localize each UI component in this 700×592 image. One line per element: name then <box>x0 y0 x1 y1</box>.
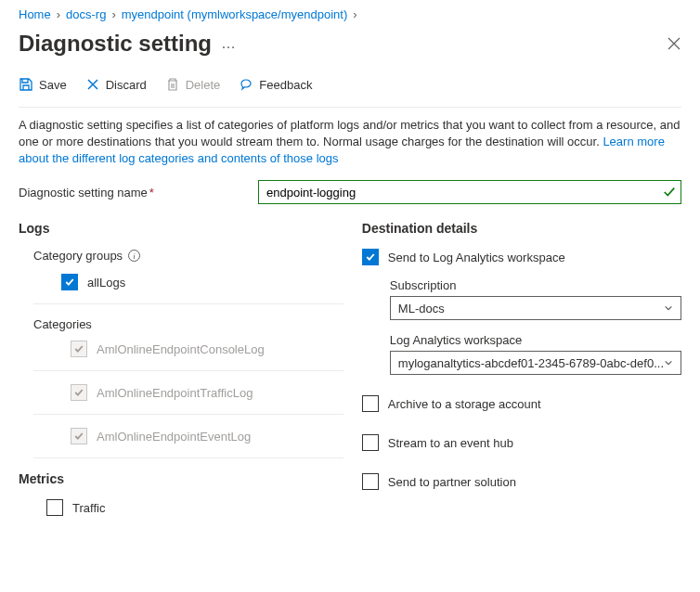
chevron-down-icon <box>664 303 673 313</box>
stream-eventhub-checkbox[interactable] <box>362 434 379 451</box>
close-icon[interactable] <box>667 36 681 51</box>
toolbar: Save Discard Delete Feedback <box>19 73 681 96</box>
discard-button[interactable]: Discard <box>85 73 147 96</box>
breadcrumb-rg[interactable]: docs-rg <box>66 7 106 21</box>
send-loganalytics-checkbox[interactable] <box>362 249 379 265</box>
chevron-right-icon: › <box>57 7 60 21</box>
send-partner-checkbox[interactable] <box>362 473 379 490</box>
archive-storage-checkbox[interactable] <box>362 395 379 412</box>
feedback-icon <box>239 77 253 92</box>
close-icon <box>85 77 100 92</box>
feedback-button[interactable]: Feedback <box>239 73 312 96</box>
traffic-checkbox[interactable] <box>46 499 63 516</box>
more-actions-button[interactable]: … <box>221 35 236 52</box>
trash-icon <box>165 77 180 92</box>
divider <box>19 107 681 108</box>
category-label: AmlOnlineEndpointTrafficLog <box>97 386 253 400</box>
workspace-label: Log Analytics workspace <box>390 333 681 347</box>
stream-eventhub-label: Stream to an event hub <box>388 436 513 450</box>
divider <box>33 370 344 371</box>
subscription-label: Subscription <box>390 278 681 292</box>
description-text: A diagnostic setting specifies a list of… <box>19 117 681 167</box>
workspace-select[interactable]: myloganaltytics-abcdef01-2345-6789-0abc-… <box>390 351 681 375</box>
checkmark-icon <box>663 186 676 199</box>
chevron-right-icon: › <box>111 7 115 21</box>
divider <box>33 457 344 458</box>
alllogs-checkbox[interactable] <box>61 274 78 290</box>
page-title: Diagnostic setting <box>19 31 212 57</box>
metrics-heading: Metrics <box>19 471 344 486</box>
divider <box>33 303 344 304</box>
category-label: AmlOnlineEndpointEventLog <box>97 430 251 444</box>
delete-button: Delete <box>165 73 221 96</box>
divider <box>33 414 344 415</box>
send-loganalytics-label: Send to Log Analytics workspace <box>388 251 565 264</box>
archive-storage-label: Archive to a storage account <box>388 397 541 411</box>
breadcrumb-endpoint[interactable]: myendpoint (mymlworkspace/myendpoint) <box>122 7 347 21</box>
traffic-label: Traffic <box>72 501 105 515</box>
save-icon <box>19 77 33 92</box>
category-groups-label: Category groups <box>33 249 123 263</box>
category-eventlog-checkbox <box>71 428 87 444</box>
logs-heading: Logs <box>19 221 344 236</box>
send-partner-label: Send to partner solution <box>388 475 516 489</box>
category-consolelog-checkbox <box>71 341 87 357</box>
info-icon[interactable]: i <box>128 250 140 262</box>
save-button[interactable]: Save <box>19 73 67 96</box>
categories-label: Categories <box>33 317 344 331</box>
setting-name-input[interactable] <box>258 180 681 204</box>
category-trafficlog-checkbox <box>71 384 87 401</box>
category-label: AmlOnlineEndpointConsoleLog <box>97 342 265 356</box>
alllogs-label: allLogs <box>87 276 125 290</box>
subscription-select[interactable]: ML-docs <box>390 296 681 320</box>
breadcrumb-home[interactable]: Home <box>19 7 51 21</box>
chevron-right-icon: › <box>353 7 356 21</box>
breadcrumb: Home › docs-rg › myendpoint (mymlworkspa… <box>19 7 681 21</box>
chevron-down-icon <box>664 358 673 367</box>
setting-name-label: Diagnostic setting name* <box>19 186 251 199</box>
destination-heading: Destination details <box>362 221 681 236</box>
